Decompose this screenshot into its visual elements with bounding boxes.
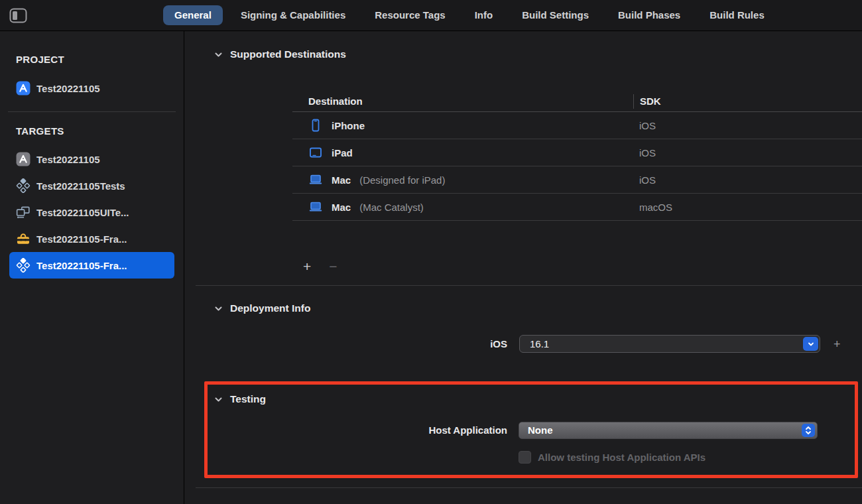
general-settings-pane: Supported Destinations Destination SDK i… [185, 31, 862, 504]
tab-build-settings[interactable]: Build Settings [511, 5, 600, 25]
tab-strip: General Signing & Capabilities Resource … [163, 5, 776, 25]
project-targets-sidebar: PROJECT Test20221105 TARGETS Test2022110… [0, 31, 184, 504]
section-title: Testing [230, 393, 266, 405]
sidebar-item-target-app[interactable]: Test20221105 [9, 146, 174, 172]
section-divider [196, 487, 862, 488]
sidebar-divider [8, 111, 176, 112]
target-name: Test20221105 [36, 154, 100, 165]
host-application-row: Host Application None [185, 422, 862, 439]
combobox-dropdown-button[interactable] [803, 337, 818, 351]
sidebar-item-target-framework-tests[interactable]: Test20221105-Fra... [9, 252, 174, 279]
destination-sdk: iOS [633, 120, 862, 131]
test-bundle-icon [16, 178, 31, 193]
sidebar-item-target-tests[interactable]: Test20221105Tests [9, 172, 174, 199]
add-destination-button[interactable]: + [303, 259, 311, 273]
tab-build-phases[interactable]: Build Phases [607, 5, 692, 25]
framework-target-icon [16, 231, 31, 246]
destination-sdk: iOS [633, 174, 862, 186]
ios-platform-label: iOS [185, 335, 507, 353]
destination-add-remove-controls: + − [303, 259, 338, 273]
popup-updown-icon [802, 424, 815, 437]
destination-row-ipad[interactable]: iPad iOS [292, 139, 862, 166]
column-header-destination: Destination [292, 95, 633, 107]
tab-general[interactable]: General [163, 5, 223, 25]
chevron-down-icon [214, 304, 223, 313]
targets-section-header: TARGETS [0, 125, 184, 137]
ipad-icon [308, 145, 323, 160]
xcode-project-editor-window: General Signing & Capabilities Resource … [0, 0, 862, 504]
tab-signing-capabilities[interactable]: Signing & Capabilities [229, 5, 357, 25]
allow-testing-host-apis-row: Allow testing Host Application APIs [519, 451, 706, 464]
destination-name: Mac [332, 174, 351, 186]
destination-detail: (Designed for iPad) [359, 174, 445, 186]
tab-info[interactable]: Info [463, 5, 505, 25]
deployment-info-header[interactable]: Deployment Info [214, 302, 310, 314]
project-name: Test20221105 [36, 83, 100, 94]
destination-row-iphone[interactable]: iPhone iOS [292, 112, 862, 139]
host-application-value: None [528, 422, 553, 438]
column-header-sdk: SDK [633, 94, 862, 109]
section-title: Deployment Info [230, 302, 310, 314]
allow-testing-label: Allow testing Host Application APIs [538, 452, 706, 463]
target-name: Test20221105-Fra... [36, 233, 127, 245]
chevron-down-icon [214, 50, 223, 59]
tab-resource-tags[interactable]: Resource Tags [363, 5, 456, 25]
destination-row-mac-ipad[interactable]: Mac (Designed for iPad) iOS [292, 166, 862, 194]
sidebar-item-target-framework[interactable]: Test20221105-Fra... [9, 225, 174, 252]
testing-header[interactable]: Testing [214, 393, 266, 405]
destination-detail: (Mac Catalyst) [359, 202, 424, 213]
ios-version-combobox[interactable]: 16.1 [519, 335, 820, 353]
target-list: Test20221105 Test20221105Tests [0, 146, 184, 279]
host-application-label: Host Application [185, 422, 507, 439]
destination-name: iPhone [332, 120, 365, 131]
project-section-header: PROJECT [0, 54, 184, 65]
destination-name: Mac [332, 202, 351, 213]
chevron-down-icon [214, 395, 223, 404]
target-name: Test20221105UITe... [36, 207, 129, 218]
sidebar-item-project[interactable]: Test20221105 [0, 81, 184, 95]
test-bundle-icon [16, 258, 31, 273]
toggle-sidebar-icon[interactable] [9, 8, 27, 23]
ios-deployment-row: iOS 16.1 + [185, 335, 862, 353]
supported-destinations-header[interactable]: Supported Destinations [214, 48, 346, 60]
target-name: Test20221105Tests [36, 180, 125, 192]
allow-testing-checkbox[interactable] [519, 451, 531, 464]
destination-name: iPad [332, 147, 353, 158]
target-name: Test20221105-Fra... [36, 260, 127, 271]
remove-destination-button[interactable]: − [329, 259, 337, 273]
sidebar-item-target-uitests[interactable]: Test20221105UITe... [9, 199, 174, 225]
destination-sdk: macOS [633, 202, 862, 213]
app-target-icon [16, 152, 31, 166]
ios-version-value: 16.1 [530, 336, 549, 352]
mac-icon [308, 200, 323, 214]
section-divider [196, 285, 862, 286]
destination-sdk: iOS [633, 147, 862, 158]
section-title: Supported Destinations [230, 48, 346, 60]
destination-row-mac-catalyst[interactable]: Mac (Mac Catalyst) macOS [292, 194, 862, 221]
chevron-down-icon [807, 340, 815, 348]
tab-build-rules[interactable]: Build Rules [698, 5, 776, 25]
destinations-table-header: Destination SDK [292, 91, 862, 112]
xcode-project-icon [16, 81, 31, 95]
mac-icon [308, 172, 323, 187]
host-application-popup[interactable]: None [519, 422, 818, 439]
iphone-icon [308, 118, 323, 133]
add-platform-button[interactable]: + [833, 335, 841, 353]
ui-test-target-icon [16, 205, 31, 220]
editor-tab-bar: General Signing & Capabilities Resource … [0, 0, 862, 31]
destinations-table: Destination SDK iPhone iOS [292, 91, 862, 221]
